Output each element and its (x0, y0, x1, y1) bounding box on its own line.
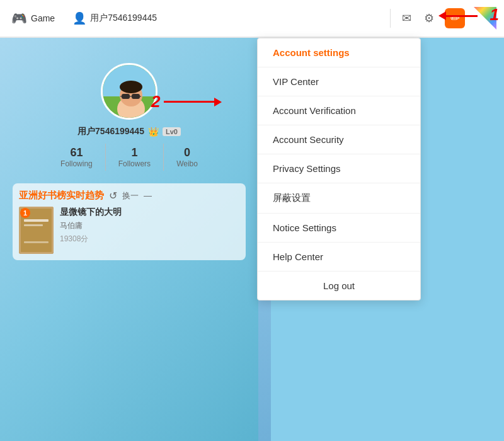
top-nav: 🎮 Game 👤 用户7546199445 ✉ ⚙ ✏ (0, 0, 504, 38)
svg-rect-13 (24, 219, 49, 222)
svg-rect-7 (132, 94, 140, 99)
avatar (101, 63, 158, 120)
arrow2-head (214, 98, 222, 106)
dropdown-item-privacy-settings[interactable]: Privacy Settings (258, 154, 420, 183)
stat-following[interactable]: 61 Following (48, 144, 106, 171)
book-section-title: 亚洲好书榜实时趋势 (19, 190, 104, 202)
level-badge: Lv0 (163, 127, 181, 136)
stat-followers[interactable]: 1 Followers (106, 144, 164, 171)
book-info: 显微镜下的大明 马伯庸 19308分 (60, 207, 239, 254)
step2-arrow: 2 (151, 92, 222, 112)
svg-point-5 (120, 81, 142, 93)
mail-icon[interactable]: ✉ (399, 11, 413, 25)
dropdown-item-notice-settings[interactable]: Notice Settings (258, 214, 420, 243)
crown-icon: 👑 (148, 127, 159, 137)
book-score: 19308分 (60, 234, 239, 244)
svg-rect-6 (122, 94, 130, 99)
nav-username: 用户7546199445 (90, 13, 157, 24)
dropdown-item-account-verification[interactable]: Account Verification (258, 96, 420, 125)
weibo-label: Weibo (176, 159, 198, 168)
arrow2-line (164, 101, 214, 103)
svg-rect-15 (24, 241, 49, 243)
step2-label: 2 (151, 92, 160, 112)
stats-row: 61 Following 1 Followers 0 Weibo (48, 144, 210, 171)
nav-game-label: Game (31, 13, 55, 23)
game-icon: 🎮 (11, 11, 27, 26)
dropdown-item-log-out[interactable]: Log out (258, 272, 420, 300)
followers-label: Followers (118, 159, 151, 168)
book-rank: 1 (20, 208, 30, 218)
dropdown-item-shield-settings[interactable]: 屏蔽设置 (258, 183, 420, 214)
profile-section: 用户7546199445 👑 Lv0 61 Following 1 Follow… (13, 63, 246, 171)
book-section: 亚洲好书榜实时趋势 ↺ 换一 — 1 (13, 183, 246, 260)
weibo-num: 0 (176, 146, 198, 159)
stat-weibo[interactable]: 0 Weibo (164, 144, 210, 171)
book-title-row: 亚洲好书榜实时趋势 ↺ 换一 — (19, 190, 239, 202)
profile-username: 用户7546199445 (77, 126, 144, 137)
settings-icon[interactable]: ⚙ (422, 11, 436, 25)
nav-user[interactable]: 👤 用户7546199445 (69, 9, 161, 28)
book-item[interactable]: 1 显微镜下的大明 马伯庸 19308分 (19, 207, 239, 254)
username-row: 用户7546199445 👑 Lv0 (77, 126, 181, 137)
book-name: 显微镜下的大明 (60, 207, 239, 218)
dropdown-item-account-settings[interactable]: Account settings (258, 38, 420, 67)
refresh-icon[interactable]: ↺ (109, 190, 117, 202)
followers-num: 1 (118, 146, 151, 159)
dropdown-item-vip-center[interactable]: VIP Center (258, 67, 420, 96)
dropdown-item-help-center[interactable]: Help Center (258, 243, 420, 272)
nav-divider (390, 9, 391, 28)
main-content: 用户7546199445 👑 Lv0 61 Following 1 Follow… (0, 38, 504, 441)
refresh-label: 换一 (122, 190, 139, 202)
svg-rect-14 (24, 224, 43, 226)
step1-label: 1 (490, 5, 499, 25)
user-icon: 👤 (72, 11, 86, 25)
dropdown-menu: Account settings VIP Center Account Veri… (257, 38, 421, 301)
nav-game[interactable]: 🎮 Game (8, 8, 59, 28)
following-num: 61 (60, 146, 93, 159)
step1-arrow (438, 11, 478, 20)
book-cover: 1 (19, 207, 54, 254)
book-author: 马伯庸 (60, 220, 239, 231)
following-label: Following (60, 159, 93, 168)
arrow1-line (446, 15, 478, 17)
ellipsis: — (144, 191, 152, 200)
dropdown-item-account-security[interactable]: Account Security (258, 125, 420, 154)
arrow1-head (438, 11, 446, 20)
